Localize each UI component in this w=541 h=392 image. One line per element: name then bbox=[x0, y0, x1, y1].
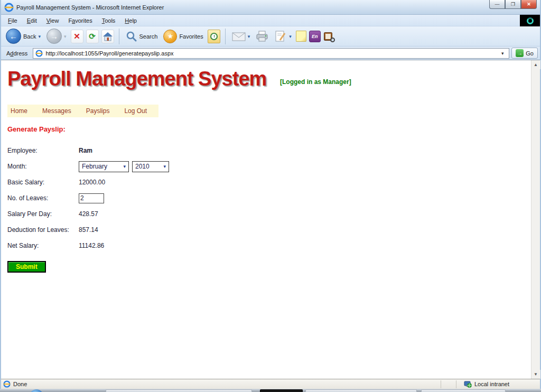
history-button[interactable] bbox=[208, 30, 220, 43]
leaves-row: No. of Leaves: bbox=[7, 190, 531, 206]
payslip-form: Employee: Ram Month: February ▾ 2010 ▾ bbox=[7, 143, 531, 273]
browser-viewport: Payroll Management System [Logged in as … bbox=[1, 60, 540, 379]
address-dropdown-icon[interactable]: ▾ bbox=[498, 51, 507, 56]
status-ie-icon bbox=[3, 380, 11, 388]
stop-button[interactable]: ✕ bbox=[71, 30, 83, 43]
status-separator bbox=[441, 380, 441, 388]
search-icon bbox=[126, 31, 137, 42]
basic-salary-value: 12000.00 bbox=[79, 179, 105, 186]
mail-dropdown-icon[interactable]: ▾ bbox=[248, 34, 250, 39]
go-label: Go bbox=[526, 50, 534, 57]
go-button[interactable]: → Go bbox=[511, 48, 538, 59]
net-salary-value: 11142.86 bbox=[79, 242, 104, 249]
month-select[interactable]: February ▾ bbox=[79, 161, 129, 172]
menu-favorites[interactable]: Favorites bbox=[63, 16, 97, 25]
endnote-icon: En bbox=[312, 34, 318, 39]
taskbar-button-active[interactable] bbox=[260, 389, 303, 392]
nav-item-messages[interactable]: Messages bbox=[39, 106, 79, 116]
address-bar: Address http://localhost:1055/Payroll/ge… bbox=[1, 46, 540, 60]
scroll-up-icon[interactable]: ▲ bbox=[531, 60, 540, 69]
vertical-scrollbar[interactable]: ▲ ▼ bbox=[531, 60, 540, 379]
section-title: Generate Payslip: bbox=[7, 125, 531, 133]
status-text: Done bbox=[13, 381, 27, 387]
start-orb-icon[interactable] bbox=[30, 389, 43, 392]
net-salary-row: Net Salary: 11142.86 bbox=[7, 238, 531, 254]
logged-in-status: [Logged in as Manager] bbox=[280, 78, 351, 86]
print-icon bbox=[256, 31, 268, 42]
minimize-icon: — bbox=[495, 2, 500, 7]
address-input[interactable]: http://localhost:1055/Payroll/generatepa… bbox=[33, 48, 509, 59]
back-label: Back bbox=[23, 33, 36, 40]
favorites-label: Favorites bbox=[179, 33, 203, 40]
status-separator bbox=[456, 380, 456, 388]
back-dropdown-icon[interactable]: ▾ bbox=[38, 34, 41, 39]
nav-item-home[interactable]: Home bbox=[7, 106, 35, 116]
month-row: Month: February ▾ 2010 ▾ bbox=[7, 158, 531, 174]
ie-page-icon bbox=[35, 50, 43, 57]
menu-tools[interactable]: Tools bbox=[97, 16, 120, 25]
menu-help[interactable]: Help bbox=[120, 16, 142, 25]
search-button[interactable]: Search bbox=[124, 30, 160, 43]
basic-salary-row: Basic Salary: 12000.00 bbox=[7, 174, 531, 190]
taskbar-button[interactable] bbox=[421, 389, 506, 392]
taskbar-button[interactable] bbox=[305, 389, 417, 392]
window-title: Payroll Management System - Microsoft In… bbox=[16, 4, 164, 11]
employee-label: Employee: bbox=[7, 147, 79, 154]
refresh-icon: ⟳ bbox=[89, 32, 96, 41]
security-zone: Local intranet bbox=[464, 381, 538, 388]
home-icon bbox=[102, 32, 113, 41]
notes-button[interactable] bbox=[296, 31, 306, 42]
menu-file[interactable]: File bbox=[3, 16, 22, 25]
research-button[interactable] bbox=[323, 31, 335, 42]
local-intranet-icon bbox=[464, 381, 472, 388]
nav-item-logout[interactable]: Log Out bbox=[121, 106, 154, 116]
month-combo-arrow-icon: ▾ bbox=[123, 164, 126, 169]
edit-dropdown-icon[interactable]: ▾ bbox=[289, 34, 292, 39]
stop-icon: ✕ bbox=[73, 32, 80, 41]
favorites-button[interactable]: ★ Favorites bbox=[162, 29, 204, 44]
restore-button[interactable]: ❐ bbox=[505, 0, 521, 9]
nav-menu: Home Messages Payslips Log Out bbox=[7, 105, 158, 117]
scroll-down-icon[interactable]: ▼ bbox=[531, 370, 540, 379]
close-icon: ✕ bbox=[527, 2, 531, 7]
taskbar-button[interactable] bbox=[106, 389, 252, 392]
print-button[interactable] bbox=[254, 30, 270, 43]
leaves-input[interactable] bbox=[79, 193, 104, 203]
endnote-button[interactable]: En bbox=[309, 31, 321, 42]
menu-view[interactable]: View bbox=[42, 16, 64, 25]
throbber-ring-icon bbox=[527, 17, 534, 24]
history-clock-icon bbox=[210, 33, 218, 40]
refresh-button[interactable]: ⟳ bbox=[86, 30, 99, 43]
forward-button[interactable]: → ▾ bbox=[45, 27, 68, 45]
menu-edit[interactable]: Edit bbox=[22, 16, 42, 25]
back-icon: ← bbox=[6, 29, 21, 44]
mail-icon bbox=[232, 32, 246, 41]
research-magnifier-icon bbox=[330, 38, 335, 42]
home-button[interactable] bbox=[101, 30, 114, 43]
mail-button[interactable]: ▾ bbox=[230, 31, 252, 42]
year-combo-arrow-icon: ▾ bbox=[163, 164, 166, 169]
ie-logo-icon bbox=[4, 3, 14, 12]
basic-salary-label: Basic Salary: bbox=[7, 179, 79, 186]
toolbar-separator bbox=[119, 29, 119, 44]
edit-button[interactable]: ▾ bbox=[273, 29, 293, 44]
year-select[interactable]: 2010 ▾ bbox=[132, 161, 169, 172]
close-button[interactable]: ✕ bbox=[521, 0, 537, 9]
salary-per-day-label: Salary Per Day: bbox=[7, 210, 79, 218]
employee-value: Ram bbox=[79, 147, 92, 154]
forward-icon: → bbox=[46, 29, 62, 44]
nav-item-payslips[interactable]: Payslips bbox=[83, 106, 117, 116]
submit-button[interactable]: Submit bbox=[7, 261, 46, 273]
forward-dropdown-icon: ▾ bbox=[64, 34, 67, 39]
month-label: Month: bbox=[7, 163, 79, 170]
ie-throbber bbox=[520, 15, 540, 26]
address-label: Address bbox=[3, 50, 31, 57]
minimize-button[interactable]: — bbox=[489, 0, 505, 9]
ie-window: Payroll Management System - Microsoft In… bbox=[0, 0, 541, 392]
net-salary-label: Net Salary: bbox=[7, 242, 79, 249]
page-title: Payroll Management System bbox=[7, 68, 266, 90]
address-url: http://localhost:1055/Payroll/generatepa… bbox=[45, 50, 496, 57]
back-button[interactable]: ← Back ▾ bbox=[4, 27, 42, 45]
toolbar: ← Back ▾ → ▾ ✕ ⟳ bbox=[1, 26, 540, 46]
zone-label: Local intranet bbox=[474, 381, 509, 387]
